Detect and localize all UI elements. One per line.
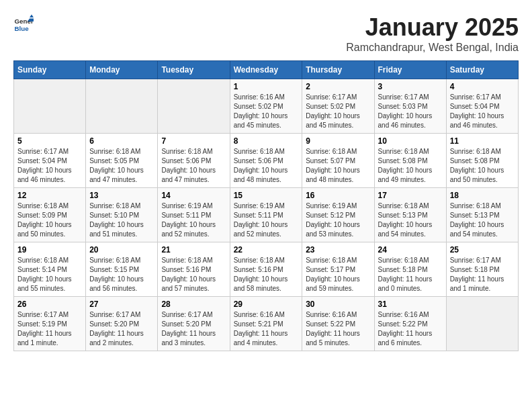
calendar-cell: 13Sunrise: 6:18 AMSunset: 5:10 PMDayligh… bbox=[86, 188, 158, 242]
page-header: General Blue January 2025 Ramchandrapur,… bbox=[13, 13, 519, 54]
day-info: Sunrise: 6:18 AMSunset: 5:14 PMDaylight:… bbox=[17, 256, 82, 293]
calendar-cell: 18Sunrise: 6:18 AMSunset: 5:13 PMDayligh… bbox=[446, 188, 518, 242]
logo: General Blue bbox=[13, 13, 34, 34]
day-info: Sunrise: 6:18 AMSunset: 5:08 PMDaylight:… bbox=[378, 147, 443, 185]
day-number: 10 bbox=[378, 136, 443, 146]
day-info: Sunrise: 6:18 AMSunset: 5:13 PMDaylight:… bbox=[450, 201, 515, 239]
day-info: Sunrise: 6:18 AMSunset: 5:08 PMDaylight:… bbox=[450, 147, 515, 185]
day-info: Sunrise: 6:18 AMSunset: 5:05 PMDaylight:… bbox=[89, 147, 154, 185]
svg-marker-2 bbox=[30, 15, 34, 18]
calendar-week-row: 1Sunrise: 6:16 AMSunset: 5:02 PMDaylight… bbox=[14, 79, 519, 134]
day-number: 8 bbox=[234, 136, 299, 146]
day-header-monday: Monday bbox=[86, 61, 158, 79]
title-block: January 2025 Ramchandrapur, West Bengal,… bbox=[346, 13, 519, 54]
day-number: 31 bbox=[378, 300, 443, 309]
calendar-cell: 1Sunrise: 6:16 AMSunset: 5:02 PMDaylight… bbox=[230, 79, 302, 134]
logo-icon: General Blue bbox=[13, 13, 34, 34]
day-info: Sunrise: 6:18 AMSunset: 5:06 PMDaylight:… bbox=[234, 147, 299, 185]
day-number: 6 bbox=[89, 136, 154, 146]
calendar-cell: 3Sunrise: 6:17 AMSunset: 5:03 PMDaylight… bbox=[374, 79, 446, 134]
day-number: 9 bbox=[306, 136, 370, 146]
day-info: Sunrise: 6:17 AMSunset: 5:04 PMDaylight:… bbox=[17, 147, 82, 185]
day-number: 4 bbox=[450, 82, 515, 91]
day-number: 28 bbox=[161, 300, 226, 309]
day-header-wednesday: Wednesday bbox=[230, 61, 302, 79]
day-info: Sunrise: 6:16 AMSunset: 5:02 PMDaylight:… bbox=[234, 93, 299, 130]
calendar-week-row: 26Sunrise: 6:17 AMSunset: 5:19 PMDayligh… bbox=[14, 297, 519, 351]
day-info: Sunrise: 6:18 AMSunset: 5:15 PMDaylight:… bbox=[89, 256, 154, 293]
day-header-sunday: Sunday bbox=[14, 61, 86, 79]
day-number: 30 bbox=[306, 300, 370, 309]
day-info: Sunrise: 6:16 AMSunset: 5:21 PMDaylight:… bbox=[234, 310, 299, 348]
calendar-cell bbox=[14, 79, 86, 134]
day-info: Sunrise: 6:17 AMSunset: 5:20 PMDaylight:… bbox=[161, 310, 226, 348]
day-info: Sunrise: 6:17 AMSunset: 5:20 PMDaylight:… bbox=[89, 310, 154, 348]
day-number: 23 bbox=[306, 245, 370, 255]
calendar-cell: 2Sunrise: 6:17 AMSunset: 5:02 PMDaylight… bbox=[302, 79, 374, 134]
calendar-cell: 22Sunrise: 6:18 AMSunset: 5:16 PMDayligh… bbox=[230, 242, 302, 297]
day-number: 1 bbox=[234, 82, 299, 91]
day-number: 26 bbox=[17, 300, 82, 309]
calendar-cell: 8Sunrise: 6:18 AMSunset: 5:06 PMDaylight… bbox=[230, 134, 302, 188]
calendar-title: January 2025 bbox=[346, 13, 519, 42]
calendar-header-row: SundayMondayTuesdayWednesdayThursdayFrid… bbox=[14, 61, 519, 79]
day-number: 16 bbox=[306, 191, 370, 200]
day-number: 15 bbox=[234, 191, 299, 200]
calendar-cell: 26Sunrise: 6:17 AMSunset: 5:19 PMDayligh… bbox=[14, 297, 86, 351]
day-info: Sunrise: 6:17 AMSunset: 5:02 PMDaylight:… bbox=[306, 93, 370, 130]
day-info: Sunrise: 6:18 AMSunset: 5:13 PMDaylight:… bbox=[378, 201, 443, 239]
day-number: 14 bbox=[161, 191, 226, 200]
calendar-cell: 17Sunrise: 6:18 AMSunset: 5:13 PMDayligh… bbox=[374, 188, 446, 242]
day-info: Sunrise: 6:16 AMSunset: 5:22 PMDaylight:… bbox=[306, 310, 370, 348]
calendar-cell: 21Sunrise: 6:18 AMSunset: 5:16 PMDayligh… bbox=[158, 242, 230, 297]
svg-text:Blue: Blue bbox=[15, 25, 30, 32]
calendar-cell: 14Sunrise: 6:19 AMSunset: 5:11 PMDayligh… bbox=[158, 188, 230, 242]
day-info: Sunrise: 6:18 AMSunset: 5:16 PMDaylight:… bbox=[234, 256, 299, 293]
day-header-thursday: Thursday bbox=[302, 61, 374, 79]
day-number: 5 bbox=[17, 136, 82, 146]
day-info: Sunrise: 6:19 AMSunset: 5:11 PMDaylight:… bbox=[161, 201, 226, 239]
calendar-cell: 11Sunrise: 6:18 AMSunset: 5:08 PMDayligh… bbox=[446, 134, 518, 188]
calendar-cell: 24Sunrise: 6:18 AMSunset: 5:18 PMDayligh… bbox=[374, 242, 446, 297]
calendar-table: SundayMondayTuesdayWednesdayThursdayFrid… bbox=[13, 60, 519, 351]
day-info: Sunrise: 6:17 AMSunset: 5:18 PMDaylight:… bbox=[450, 256, 515, 293]
day-info: Sunrise: 6:17 AMSunset: 5:19 PMDaylight:… bbox=[17, 310, 82, 348]
day-info: Sunrise: 6:18 AMSunset: 5:07 PMDaylight:… bbox=[306, 147, 370, 185]
calendar-cell: 30Sunrise: 6:16 AMSunset: 5:22 PMDayligh… bbox=[302, 297, 374, 351]
day-number: 29 bbox=[234, 300, 299, 309]
day-header-tuesday: Tuesday bbox=[158, 61, 230, 79]
day-number: 13 bbox=[89, 191, 154, 200]
day-info: Sunrise: 6:19 AMSunset: 5:11 PMDaylight:… bbox=[234, 201, 299, 239]
calendar-cell: 28Sunrise: 6:17 AMSunset: 5:20 PMDayligh… bbox=[158, 297, 230, 351]
calendar-cell: 4Sunrise: 6:17 AMSunset: 5:04 PMDaylight… bbox=[446, 79, 518, 134]
day-number: 20 bbox=[89, 245, 154, 255]
calendar-cell: 27Sunrise: 6:17 AMSunset: 5:20 PMDayligh… bbox=[86, 297, 158, 351]
calendar-cell: 29Sunrise: 6:16 AMSunset: 5:21 PMDayligh… bbox=[230, 297, 302, 351]
day-info: Sunrise: 6:18 AMSunset: 5:09 PMDaylight:… bbox=[17, 201, 82, 239]
day-number: 25 bbox=[450, 245, 515, 255]
day-info: Sunrise: 6:18 AMSunset: 5:17 PMDaylight:… bbox=[306, 256, 370, 293]
day-info: Sunrise: 6:16 AMSunset: 5:22 PMDaylight:… bbox=[378, 310, 443, 348]
day-header-saturday: Saturday bbox=[446, 61, 518, 79]
day-info: Sunrise: 6:18 AMSunset: 5:10 PMDaylight:… bbox=[89, 201, 154, 239]
calendar-cell: 25Sunrise: 6:17 AMSunset: 5:18 PMDayligh… bbox=[446, 242, 518, 297]
calendar-cell: 19Sunrise: 6:18 AMSunset: 5:14 PMDayligh… bbox=[14, 242, 86, 297]
calendar-cell bbox=[86, 79, 158, 134]
day-info: Sunrise: 6:17 AMSunset: 5:03 PMDaylight:… bbox=[378, 93, 443, 130]
calendar-cell: 6Sunrise: 6:18 AMSunset: 5:05 PMDaylight… bbox=[86, 134, 158, 188]
calendar-cell: 20Sunrise: 6:18 AMSunset: 5:15 PMDayligh… bbox=[86, 242, 158, 297]
day-number: 24 bbox=[378, 245, 443, 255]
day-number: 19 bbox=[17, 245, 82, 255]
calendar-cell: 16Sunrise: 6:19 AMSunset: 5:12 PMDayligh… bbox=[302, 188, 374, 242]
calendar-cell: 15Sunrise: 6:19 AMSunset: 5:11 PMDayligh… bbox=[230, 188, 302, 242]
calendar-week-row: 12Sunrise: 6:18 AMSunset: 5:09 PMDayligh… bbox=[14, 188, 519, 242]
calendar-week-row: 19Sunrise: 6:18 AMSunset: 5:14 PMDayligh… bbox=[14, 242, 519, 297]
calendar-cell bbox=[158, 79, 230, 134]
day-info: Sunrise: 6:17 AMSunset: 5:04 PMDaylight:… bbox=[450, 93, 515, 130]
calendar-cell: 23Sunrise: 6:18 AMSunset: 5:17 PMDayligh… bbox=[302, 242, 374, 297]
day-number: 17 bbox=[378, 191, 443, 200]
calendar-week-row: 5Sunrise: 6:17 AMSunset: 5:04 PMDaylight… bbox=[14, 134, 519, 188]
calendar-cell: 9Sunrise: 6:18 AMSunset: 5:07 PMDaylight… bbox=[302, 134, 374, 188]
calendar-cell: 12Sunrise: 6:18 AMSunset: 5:09 PMDayligh… bbox=[14, 188, 86, 242]
day-number: 7 bbox=[161, 136, 226, 146]
